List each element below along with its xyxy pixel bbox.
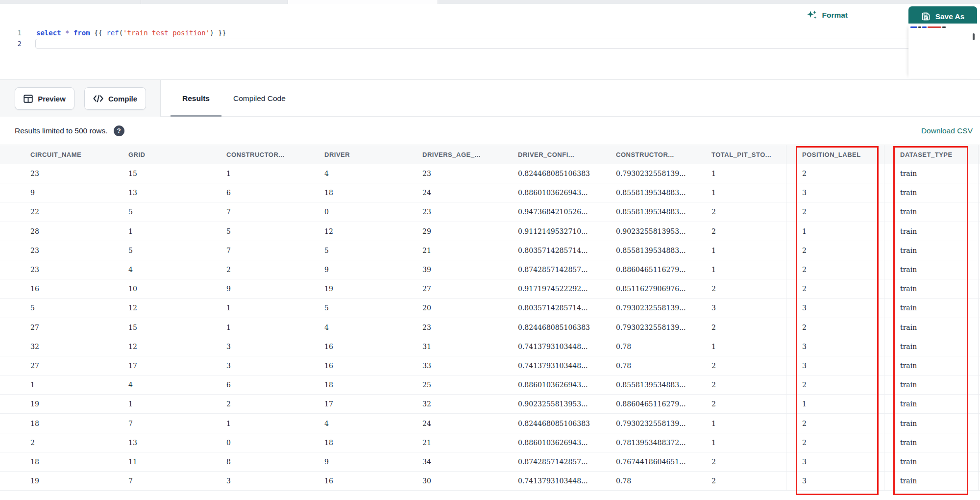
sql-editor[interactable]: 1 select * from {{ ref('train_test_posit… <box>0 24 980 80</box>
compile-button[interactable]: Compile <box>84 87 146 110</box>
minimap-code-line <box>910 26 946 28</box>
table-cell: 0.8742857142857... <box>502 452 600 472</box>
column-header: CIRCUIT_NAME <box>15 145 113 164</box>
table-cell: train <box>884 318 979 337</box>
code-token-punct: ( <box>119 29 123 37</box>
sparkles-icon <box>807 10 817 20</box>
code-token-keyword: select <box>36 29 65 37</box>
help-icon[interactable]: ? <box>114 125 124 136</box>
table-row: 22570230.9473684210526...0.8558139534883… <box>0 202 980 222</box>
table-cell: 13 <box>113 183 211 202</box>
table-cell: 1 <box>696 164 786 183</box>
table-cell: 31 <box>407 337 502 356</box>
table-cell: train <box>884 222 979 241</box>
table-cell: 0.78 <box>600 337 696 356</box>
table-cell: 0.8860465116279... <box>600 395 696 414</box>
table-cell: 2 <box>786 241 884 260</box>
table-cell: 1 <box>696 337 786 356</box>
save-as-label: Save As <box>935 12 965 21</box>
format-button[interactable]: Format <box>807 8 848 23</box>
table-cell: 0.8742857142857... <box>502 260 600 279</box>
editor-minimap[interactable] <box>908 25 975 78</box>
table-cell: 19 <box>15 395 113 414</box>
table-cell: 0.7813953488372... <box>600 433 696 452</box>
table-cell: 2 <box>786 202 884 222</box>
table-cell: 0.824468085106383 <box>502 164 600 183</box>
preview-button[interactable]: Preview <box>15 87 74 110</box>
spacer-cell <box>0 356 15 375</box>
spacer-cell <box>0 260 15 279</box>
table-cell: 16 <box>309 356 407 375</box>
results-table: CIRCUIT_NAMEGRIDCONSTRUCTOR...DRIVERDRIV… <box>0 145 980 491</box>
code-token-punct: }} <box>214 29 226 37</box>
scrollbar-thumb[interactable] <box>973 33 975 40</box>
table-cell: 0.7930232558139... <box>600 318 696 337</box>
column-header: CONSTRUCTOR... <box>600 145 696 164</box>
table-cell: 0.7930232558139... <box>600 414 696 433</box>
table-cell: 0.824468085106383 <box>502 318 600 337</box>
tab-compiled-code-label: Compiled Code <box>233 94 286 103</box>
table-cell: 7 <box>211 241 309 260</box>
table-cell: 2 <box>696 356 786 375</box>
spacer-cell <box>0 395 15 414</box>
editor-line-1[interactable]: 1 select * from {{ ref('train_test_posit… <box>0 27 980 38</box>
table-cell: 16 <box>15 279 113 299</box>
format-label: Format <box>822 11 848 20</box>
table-cell: 16 <box>309 337 407 356</box>
table-cell: 23 <box>15 260 113 279</box>
table-cell: 17 <box>113 356 211 375</box>
table-cell: 21 <box>407 433 502 452</box>
column-header: TOTAL_PIT_STO... <box>696 145 786 164</box>
table-cell: 5 <box>309 299 407 318</box>
tab-divider <box>288 0 288 4</box>
tab-results-label: Results <box>182 94 210 103</box>
table-cell: 2 <box>696 202 786 222</box>
table-cell: 2 <box>786 318 884 337</box>
table-row: 2717316330.7413793103448...0.7823train <box>0 356 980 375</box>
table-cell: train <box>884 164 979 183</box>
spacer-cell <box>0 375 15 395</box>
active-file-tab[interactable] <box>288 0 438 4</box>
table-cell: 23 <box>15 241 113 260</box>
table-cell: 2 <box>211 260 309 279</box>
tab-compiled-code[interactable]: Compiled Code <box>221 80 297 117</box>
table-cell: 0.7413793103448... <box>502 337 600 356</box>
code-line: select * from {{ ref('train_test_positio… <box>22 27 226 38</box>
table-cell: 1 <box>696 183 786 202</box>
table-cell: 1 <box>15 375 113 395</box>
table-cell: 2 <box>696 279 786 299</box>
table-cell: 27 <box>15 356 113 375</box>
table-cell: 1 <box>786 395 884 414</box>
editor-line-2[interactable]: 2 <box>0 38 980 49</box>
table-cell: 23 <box>407 202 502 222</box>
table-cell: 15 <box>113 318 211 337</box>
table-cell: 9 <box>211 279 309 299</box>
table-cell: 7 <box>113 414 211 433</box>
table-cell: 15 <box>113 164 211 183</box>
table-cell: 3 <box>786 299 884 318</box>
table-cell: 18 <box>309 183 407 202</box>
table-cell: 0.7930232558139... <box>600 164 696 183</box>
table-cell: 25 <box>407 375 502 395</box>
table-cell: 27 <box>407 279 502 299</box>
table-cell: 0.8860103626943... <box>502 375 600 395</box>
column-header: DRIVER <box>309 145 407 164</box>
table-row: 14618250.8860103626943...0.8558139534883… <box>0 375 980 395</box>
download-csv-link[interactable]: Download CSV <box>921 126 973 135</box>
table-cell: 0 <box>211 433 309 452</box>
table-cell: 17 <box>309 395 407 414</box>
spacer-cell <box>0 299 15 318</box>
table-cell: train <box>884 299 979 318</box>
table-cell: 34 <box>407 452 502 472</box>
table-grid-icon <box>24 95 33 103</box>
table-cell: 23 <box>407 318 502 337</box>
table-cell: train <box>884 241 979 260</box>
column-header: CONSTRUCTOR... <box>211 145 309 164</box>
table-cell: 0.9473684210526... <box>502 202 600 222</box>
table-cell: 4 <box>309 164 407 183</box>
tab-results[interactable]: Results <box>171 80 221 117</box>
table-row: 51215200.8035714285714...0.7930232558139… <box>0 299 980 318</box>
column-header: POSITION_LABEL <box>786 145 884 164</box>
table-cell: 3 <box>211 337 309 356</box>
table-cell: 2 <box>786 375 884 395</box>
